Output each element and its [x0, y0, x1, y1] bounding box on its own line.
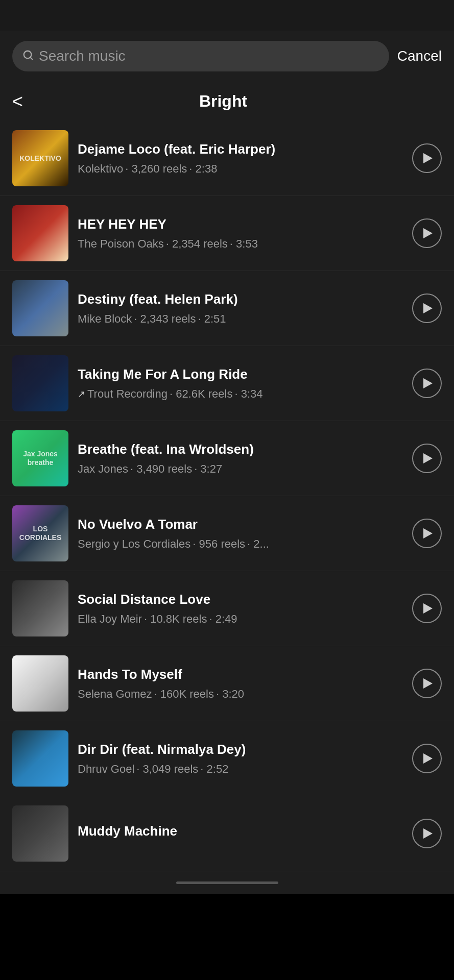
- track-duration: · 3:53: [230, 237, 258, 251]
- track-info: Muddy Machine: [78, 823, 403, 844]
- track-artist: Trout Recording: [87, 387, 168, 401]
- track-info: Taking Me For A Long Ride ↗ Trout Record…: [78, 366, 403, 401]
- playlist-header: < Bright: [0, 80, 454, 121]
- track-thumbnail: [12, 355, 68, 411]
- track-artist: The Poison Oaks: [78, 237, 164, 251]
- track-meta: Mike Block · 2,343 reels · 2:51: [78, 312, 403, 326]
- track-duration: · 3:27: [194, 462, 222, 476]
- track-title: Social Distance Love: [78, 591, 403, 608]
- track-meta: Dhruv Goel · 3,049 reels · 2:52: [78, 763, 403, 776]
- track-duration: · 2...: [247, 537, 269, 551]
- track-title: Taking Me For A Long Ride: [78, 366, 403, 383]
- track-duration: · 2:52: [200, 763, 228, 776]
- track-list: KOLEKTIVO Dejame Loco (feat. Eric Harper…: [0, 121, 454, 871]
- track-thumbnail: [12, 205, 68, 261]
- trending-icon: ↗: [78, 388, 85, 400]
- play-icon: [423, 453, 433, 463]
- track-item[interactable]: LOS CORDIALES No Vuelvo A Tomar Sergio y…: [0, 496, 454, 571]
- back-button[interactable]: <: [12, 92, 23, 111]
- track-info: Dejame Loco (feat. Eric Harper) Kolektiv…: [78, 141, 403, 176]
- track-reels: · 3,260 reels: [125, 162, 187, 176]
- art-text: LOS CORDIALES: [12, 523, 68, 544]
- track-reels: · 160K reels: [154, 688, 214, 701]
- track-title: No Vuelvo A Tomar: [78, 516, 403, 533]
- track-thumbnail: LOS CORDIALES: [12, 505, 68, 561]
- play-button[interactable]: [412, 293, 442, 323]
- track-meta: Jax Jones · 3,490 reels · 3:27: [78, 462, 403, 476]
- play-icon: [423, 678, 433, 689]
- bottom-indicator: [0, 871, 454, 894]
- track-thumbnail: KOLEKTIVO: [12, 130, 68, 186]
- track-meta: Kolektivo · 3,260 reels · 2:38: [78, 162, 403, 176]
- play-icon: [423, 303, 433, 313]
- play-button[interactable]: [412, 819, 442, 848]
- track-reels: · 10.8K reels: [144, 612, 207, 626]
- track-info: Destiny (feat. Helen Park) Mike Block · …: [78, 291, 403, 326]
- track-item[interactable]: HEY HEY HEY The Poison Oaks · 2,354 reel…: [0, 196, 454, 271]
- search-icon: [22, 50, 34, 63]
- track-thumbnail: [12, 580, 68, 636]
- play-icon: [423, 753, 433, 764]
- track-artist: Sergio y Los Cordiales: [78, 537, 190, 551]
- track-meta: ↗ Trout Recording · 62.6K reels · 3:34: [78, 387, 403, 401]
- play-button[interactable]: [412, 218, 442, 248]
- track-thumbnail: [12, 655, 68, 712]
- search-bar[interactable]: [12, 41, 389, 71]
- track-duration: · 3:34: [234, 387, 262, 401]
- track-meta: Sergio y Los Cordiales · 956 reels · 2..…: [78, 537, 403, 551]
- track-artist: Mike Block: [78, 312, 132, 326]
- play-icon: [423, 378, 433, 388]
- search-input[interactable]: [39, 48, 379, 64]
- track-meta: Selena Gomez · 160K reels · 3:20: [78, 688, 403, 701]
- status-bar: [0, 0, 454, 31]
- track-info: No Vuelvo A Tomar Sergio y Los Cordiales…: [78, 516, 403, 551]
- track-meta: Ella Joy Meir · 10.8K reels · 2:49: [78, 612, 403, 626]
- svg-line-1: [30, 57, 32, 59]
- track-item[interactable]: Hands To Myself Selena Gomez · 160K reel…: [0, 646, 454, 721]
- track-info: Hands To Myself Selena Gomez · 160K reel…: [78, 666, 403, 701]
- track-duration: · 2:49: [209, 612, 237, 626]
- track-artist: Ella Joy Meir: [78, 612, 142, 626]
- track-title: Dejame Loco (feat. Eric Harper): [78, 141, 403, 158]
- track-info: Breathe (feat. Ina Wroldsen) Jax Jones ·…: [78, 441, 403, 476]
- track-artist: Kolektivo: [78, 162, 123, 176]
- track-title: Hands To Myself: [78, 666, 403, 683]
- play-button[interactable]: [412, 143, 442, 173]
- playlist-title: Bright: [23, 92, 423, 111]
- play-button[interactable]: [412, 519, 442, 548]
- track-info: Social Distance Love Ella Joy Meir · 10.…: [78, 591, 403, 626]
- track-title: Muddy Machine: [78, 823, 403, 840]
- art-text: Jax Jones breathe: [12, 448, 68, 469]
- art-text: KOLEKTIVO: [17, 152, 63, 165]
- play-icon: [423, 603, 433, 614]
- track-info: HEY HEY HEY The Poison Oaks · 2,354 reel…: [78, 216, 403, 251]
- track-duration: · 2:38: [189, 162, 217, 176]
- track-thumbnail: [12, 280, 68, 336]
- track-thumbnail: Jax Jones breathe: [12, 430, 68, 486]
- track-title: Dir Dir (feat. Nirmalya Dey): [78, 741, 403, 758]
- track-item[interactable]: Destiny (feat. Helen Park) Mike Block · …: [0, 271, 454, 346]
- track-meta: The Poison Oaks · 2,354 reels · 3:53: [78, 237, 403, 251]
- cancel-button[interactable]: Cancel: [397, 48, 442, 64]
- track-artist: Dhruv Goel: [78, 763, 134, 776]
- play-button[interactable]: [412, 744, 442, 773]
- scroll-line: [176, 881, 278, 884]
- play-icon: [423, 828, 433, 839]
- play-button[interactable]: [412, 669, 442, 698]
- track-title: HEY HEY HEY: [78, 216, 403, 233]
- track-artist: Jax Jones: [78, 462, 128, 476]
- track-item[interactable]: KOLEKTIVO Dejame Loco (feat. Eric Harper…: [0, 121, 454, 196]
- play-button[interactable]: [412, 369, 442, 398]
- track-item[interactable]: Jax Jones breathe Breathe (feat. Ina Wro…: [0, 421, 454, 496]
- track-item[interactable]: Muddy Machine: [0, 796, 454, 871]
- play-button[interactable]: [412, 444, 442, 473]
- track-info: Dir Dir (feat. Nirmalya Dey) Dhruv Goel …: [78, 741, 403, 776]
- track-item[interactable]: Taking Me For A Long Ride ↗ Trout Record…: [0, 346, 454, 421]
- track-duration: · 2:51: [198, 312, 226, 326]
- play-icon: [423, 228, 433, 238]
- track-thumbnail: [12, 730, 68, 787]
- track-reels: · 62.6K reels: [170, 387, 233, 401]
- track-item[interactable]: Social Distance Love Ella Joy Meir · 10.…: [0, 571, 454, 646]
- play-button[interactable]: [412, 594, 442, 623]
- track-item[interactable]: Dir Dir (feat. Nirmalya Dey) Dhruv Goel …: [0, 721, 454, 796]
